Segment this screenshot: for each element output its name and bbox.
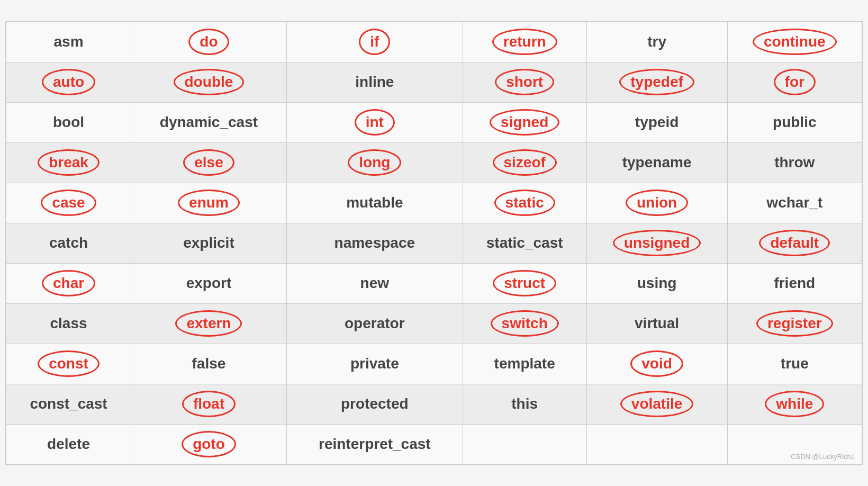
keyword-cell: continue [727, 22, 862, 62]
table-row: constfalseprivatetemplatevoidtrue [6, 344, 862, 384]
keyword-cell: typename [586, 142, 727, 183]
table-row: catchexplicitnamespacestatic_castunsigne… [6, 223, 862, 263]
keyword-cell: true [727, 344, 862, 384]
keyword-circled: extern [175, 310, 242, 337]
keyword-cell: typedef [586, 62, 727, 102]
keyword-cell: asm [6, 22, 131, 62]
keyword-cell: new [286, 263, 463, 303]
keyword-cell: union [586, 183, 727, 223]
keyword-circled: else [183, 149, 234, 176]
keyword-cell: mutable [286, 183, 463, 223]
keyword-cell: return [463, 22, 586, 62]
keyword-cell: unsigned [586, 223, 727, 263]
table-row: const_castfloatprotectedthisvolatilewhil… [6, 384, 862, 424]
keyword-circled: static [494, 190, 555, 216]
keyword-circled: char [42, 270, 95, 296]
keyword-circled: if [359, 29, 390, 55]
keyword-cell: if [286, 22, 463, 62]
keyword-cell: else [131, 142, 287, 183]
keyword-cell: char [6, 263, 131, 303]
keyword-cell: void [586, 344, 727, 384]
keyword-cell [463, 424, 586, 464]
keyword-cell: goto [131, 424, 287, 464]
keyword-cell: while [727, 384, 862, 424]
keyword-cell: float [131, 384, 287, 424]
keyword-circled: long [348, 149, 401, 176]
table-row: breakelselongsizeoftypenamethrow [6, 142, 862, 183]
keyword-cell: this [463, 384, 586, 424]
keyword-circled: int [355, 109, 395, 136]
keyword-cell: delete [6, 424, 131, 464]
keyword-cell: dynamic_cast [131, 102, 287, 142]
keyword-cell: switch [463, 303, 586, 344]
table-row: autodoubleinlineshorttypedeffor [6, 62, 862, 102]
keyword-circled: sizeof [493, 149, 557, 176]
keyword-circled: goto [182, 431, 236, 457]
keyword-cell: virtual [586, 303, 727, 344]
keyword-circled: struct [493, 270, 556, 296]
keyword-cell [586, 424, 727, 464]
keyword-cell: reinterpret_cast [286, 424, 463, 464]
keyword-circled: short [495, 69, 554, 95]
keyword-circled: switch [491, 310, 559, 337]
keyword-cell: typeid [586, 102, 727, 142]
keyword-cell: throw [727, 142, 862, 183]
table-row: charexportnewstructusingfriend [6, 263, 862, 303]
table-row: classexternoperatorswitchvirtualregister [6, 303, 862, 344]
keyword-circled: enum [178, 190, 240, 216]
keyword-circled: double [174, 69, 245, 95]
keyword-circled: volatile [620, 391, 693, 417]
table-row: caseenummutablestaticunionwchar_t [6, 183, 862, 223]
keyword-cell: auto [6, 62, 131, 102]
table-row: asmdoifreturntrycontinue [6, 22, 862, 62]
keyword-cell: double [131, 62, 287, 102]
keyword-cell: class [6, 303, 131, 344]
keyword-cell: using [586, 263, 727, 303]
keyword-cell: break [6, 142, 131, 183]
keyword-cell: false [131, 344, 287, 384]
keyword-circled: union [626, 190, 688, 216]
keyword-cell: static_cast [463, 223, 586, 263]
keyword-cell: export [131, 263, 287, 303]
keyword-cell: sizeof [463, 142, 586, 183]
keyword-cell: template [463, 344, 586, 384]
keyword-circled: typedef [619, 69, 694, 95]
table-row: deletegotoreinterpret_cast [6, 424, 862, 464]
keyword-cell: struct [463, 263, 586, 303]
keyword-cell: signed [463, 102, 586, 142]
keyword-cell: register [727, 303, 862, 344]
keyword-cell: protected [286, 384, 463, 424]
keyword-circled: for [774, 69, 816, 95]
keyword-cell: public [727, 102, 862, 142]
keyword-cell: bool [6, 102, 131, 142]
keyword-cell: extern [131, 303, 287, 344]
table-row: booldynamic_castintsignedtypeidpublic [6, 102, 862, 142]
keyword-circled: do [188, 29, 229, 55]
keyword-circled: break [38, 149, 100, 176]
keyword-circled: case [41, 190, 96, 216]
keyword-circled: register [756, 310, 833, 337]
main-container: asmdoifreturntrycontinueautodoubleinline… [5, 21, 863, 465]
watermark: CSDN @LuckyRich1 [791, 453, 855, 461]
keyword-cell: wchar_t [727, 183, 862, 223]
keyword-cell: inline [286, 62, 463, 102]
keyword-cell: namespace [286, 223, 463, 263]
keyword-cell: const [6, 344, 131, 384]
keyword-circled: float [182, 391, 236, 417]
keyword-cell: try [586, 22, 727, 62]
keyword-cell: case [6, 183, 131, 223]
keyword-cell: explicit [131, 223, 287, 263]
keyword-circled: unsigned [613, 230, 701, 256]
keyword-circled: const [38, 350, 100, 377]
keyword-cell: volatile [586, 384, 727, 424]
keyword-cell: enum [131, 183, 287, 223]
keyword-circled: default [759, 230, 830, 256]
keyword-cell: private [286, 344, 463, 384]
keyword-cell: do [131, 22, 287, 62]
keyword-cell: for [727, 62, 862, 102]
keyword-cell: static [463, 183, 586, 223]
keyword-cell: long [286, 142, 463, 183]
keyword-cell: const_cast [6, 384, 131, 424]
keyword-cell: friend [727, 263, 862, 303]
keyword-circled: void [630, 350, 683, 377]
